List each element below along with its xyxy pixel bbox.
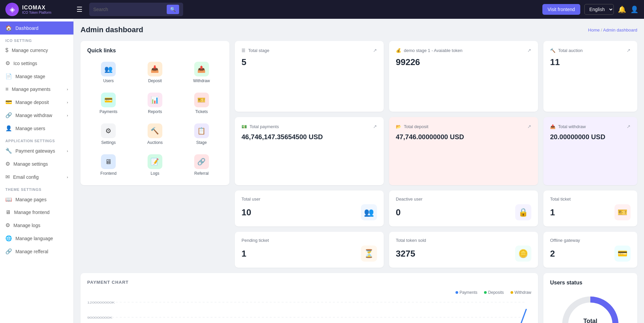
- users-status-card: Users status Total 10: [543, 273, 637, 323]
- ql-label-users: Users: [103, 78, 114, 83]
- sidebar-item-dashboard[interactable]: 🏠 Dashboard: [0, 21, 73, 35]
- stat-value-total-payments: 46,746,147.35654500 USD: [241, 133, 377, 141]
- expand-icon[interactable]: ↗: [373, 124, 377, 129]
- sidebar-item-manage-stage[interactable]: 📄 Manage stage: [0, 70, 73, 83]
- search-input[interactable]: [93, 7, 164, 12]
- quick-link-auctions[interactable]: 🔨 Auctions: [134, 121, 176, 148]
- payments-icon: ≡: [5, 86, 8, 92]
- chart-svg: 1200000000K 900000000K 600000000K 300000…: [87, 299, 531, 323]
- brand: ◈ ICOMAX ICO Token Platform: [5, 3, 72, 16]
- quick-link-settings[interactable]: ⚙ Settings: [87, 121, 130, 148]
- sidebar-label: Manage settings: [13, 161, 48, 167]
- sidebar-item-payment-gateways[interactable]: 🔧 Payment gateways ›: [0, 144, 73, 157]
- pending-ticket-icon-box: ⏳: [361, 246, 377, 262]
- svg-text:1200000000K: 1200000000K: [87, 301, 115, 304]
- stat-label-total-ticket: Total ticket: [550, 197, 631, 202]
- payment-chart-card: PAYMENT CHART Payments Deposits Withdraw: [80, 273, 538, 323]
- sidebar-item-manage-users[interactable]: 👤 Manage users: [0, 122, 73, 135]
- stat-card-total-token-sold: Total token sold 3275 🪙: [389, 232, 538, 268]
- language-select[interactable]: English: [584, 4, 614, 15]
- logs-ql-icon: 📝: [148, 154, 162, 169]
- stat-label-total-token-sold: Total token sold: [396, 238, 531, 243]
- ql-label-reports: Reports: [148, 109, 162, 114]
- home-icon: 🏠: [5, 25, 12, 31]
- settings-icon: ⚙: [5, 60, 10, 66]
- breadcrumb: Home / Admin dashboard: [588, 28, 637, 33]
- sidebar-item-manage-withdraw[interactable]: 🔗 Manage withdraw ›: [0, 109, 73, 122]
- stat-card-pending-ticket: Pending ticket 1 ⏳: [235, 232, 384, 268]
- sidebar-label: Manage deposit: [15, 100, 49, 105]
- quick-link-frontend[interactable]: 🖥 Frontend: [87, 152, 130, 178]
- stat-label-total-stage: Total stage: [248, 48, 269, 53]
- search-bar: 🔍: [89, 3, 183, 16]
- expand-icon[interactable]: ↗: [627, 124, 631, 129]
- stat-label-total-auction: Total auction: [558, 48, 583, 53]
- quick-link-reports[interactable]: 📊 Reports: [134, 90, 176, 117]
- chevron-right-icon: ›: [67, 87, 68, 91]
- expand-icon[interactable]: ↗: [527, 48, 531, 53]
- notification-icon[interactable]: 🔔: [618, 5, 626, 13]
- quick-link-referral[interactable]: 🔗 Referral: [180, 152, 223, 178]
- stat-card-total-ticket: Total ticket 1 🎫: [543, 191, 637, 226]
- quick-link-payments[interactable]: 💳 Payments: [87, 90, 130, 117]
- total-token-sold-icon-box: 🪙: [515, 246, 531, 262]
- sidebar-item-manage-currency[interactable]: $ Manage currency: [0, 44, 73, 57]
- sidebar-item-email-config[interactable]: ✉ Email config ›: [0, 170, 73, 183]
- quick-link-withdraw[interactable]: 📤 Withdraw: [180, 59, 223, 86]
- quick-link-stage[interactable]: 📋 Stage: [180, 121, 223, 148]
- referral-ql-icon: 🔗: [194, 154, 209, 169]
- sidebar-label: Manage users: [15, 126, 45, 131]
- expand-icon[interactable]: ↗: [373, 48, 377, 53]
- stat-value-total-deposit: 47,746.00000000 USD: [396, 133, 531, 141]
- stage-icon: 📄: [5, 73, 12, 79]
- ql-label-referral: Referral: [194, 171, 209, 176]
- sidebar-item-manage-language[interactable]: 🌐 Manage language: [0, 232, 73, 245]
- stat-card-total-deposit: 📂 Total deposit ↗ 47,746.00000000 USD: [389, 117, 538, 185]
- chart-legend: Payments Deposits Withdraw: [87, 290, 531, 295]
- total-user-icon-box: 👥: [361, 204, 377, 220]
- language-icon: 🌐: [5, 235, 12, 241]
- reports-ql-icon: 📊: [148, 93, 162, 107]
- stat-value-total-stage: 5: [241, 57, 377, 67]
- sidebar-label: Manage frontend: [14, 210, 50, 215]
- chart-area: 1200000000K 900000000K 600000000K 300000…: [87, 299, 531, 323]
- stat-value-total-withdraw: 20.00000000 USD: [550, 133, 631, 141]
- quick-link-users[interactable]: 👥 Users: [87, 59, 130, 86]
- expand-icon[interactable]: ↗: [527, 124, 531, 129]
- sidebar-item-manage-logs[interactable]: ⚙ Manage logs: [0, 219, 73, 232]
- spacer: [80, 191, 229, 268]
- sidebar-item-ico-settings[interactable]: ⚙ Ico settings: [0, 57, 73, 70]
- sidebar-item-manage-settings[interactable]: ⚙ Manage settings: [0, 157, 73, 170]
- deactive-user-icon-box: 🔒: [515, 204, 531, 220]
- expand-icon[interactable]: ↗: [627, 48, 631, 53]
- sidebar-item-manage-deposit[interactable]: 💳 Manage deposit ›: [0, 96, 73, 109]
- legend-payments: Payments: [455, 290, 477, 295]
- quick-link-logs[interactable]: 📝 Logs: [134, 152, 176, 178]
- sidebar-item-manage-frontend[interactable]: 🖥 Manage frontend: [0, 206, 73, 219]
- breadcrumb-home[interactable]: Home: [588, 28, 600, 33]
- stage-card-icon: ☰: [241, 48, 246, 53]
- visit-frontend-button[interactable]: Visit frontend: [542, 4, 580, 15]
- gateway-icon: 🔧: [5, 148, 12, 154]
- sidebar-item-manage-pages[interactable]: 📖 Manage pages: [0, 193, 73, 206]
- users-icon: 👤: [5, 125, 12, 131]
- sidebar-item-manage-refferal[interactable]: 🔗 Manage refferal: [0, 245, 73, 258]
- payments-ql-icon: 💳: [101, 93, 116, 107]
- hamburger-icon[interactable]: ☰: [76, 5, 83, 13]
- legend-withdraw: Withdraw: [511, 290, 531, 295]
- sidebar-label: Manage language: [15, 236, 53, 241]
- ql-label-deposit: Deposit: [148, 78, 162, 83]
- stat-label-total-withdraw: Total withdraw: [558, 124, 586, 129]
- user-icon[interactable]: 👤: [630, 5, 639, 13]
- search-button[interactable]: 🔍: [167, 5, 179, 14]
- main-content: Admin dashboard Home / Admin dashboard ☰…: [74, 19, 644, 323]
- stage-ql-icon: 📋: [194, 123, 209, 138]
- svg-text:Total: Total: [583, 318, 597, 323]
- ql-label-tickets: Tickets: [195, 109, 208, 114]
- brand-logo: ◈: [5, 3, 19, 16]
- sidebar-item-manage-payments[interactable]: ≡ Manage payments ›: [0, 83, 73, 96]
- quick-link-tickets[interactable]: 🎫 Tickets: [180, 90, 223, 117]
- brand-name: ICOMAX: [22, 5, 51, 11]
- quick-link-deposit[interactable]: 📥 Deposit: [134, 59, 176, 86]
- page-header: Admin dashboard Home / Admin dashboard: [80, 25, 637, 34]
